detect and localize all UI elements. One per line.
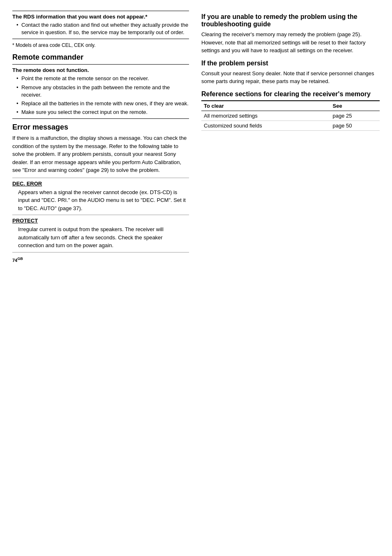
remedy-body: Clearing the receiver's memory may remed… [201, 30, 380, 55]
reference-title: Reference sections for clearing the rece… [201, 90, 380, 98]
problem-persist-title: If the problem persist [201, 60, 380, 67]
rds-section: The RDS information that you want does n… [12, 11, 189, 48]
page-number: 74GB [12, 257, 189, 263]
remote-bullet-list: Point the remote at the remote sensor on… [12, 75, 189, 116]
protect-block: PROTECT Irregular current is output from… [12, 215, 189, 253]
dec-eror-top-divider [12, 178, 189, 178]
rds-bottom-divider [12, 39, 189, 39]
table-cell-col1: All memorized settings [201, 111, 330, 120]
remote-commander-section: Remote commander The remote does not fun… [12, 53, 189, 119]
remote-bullet-4: Make sure you select the correct input o… [16, 109, 189, 116]
dec-eror-block: DEC. EROR Appears when a signal the rece… [12, 178, 189, 213]
reference-table-head: To clear See [201, 101, 380, 111]
reference-table: To clear See All memorized settingspage … [201, 100, 380, 131]
rds-bullet-list: Contact the radio station and find out w… [12, 21, 189, 36]
protect-body: Irregular current is output from the spe… [12, 225, 189, 250]
remedy-title: If you are unable to remedy the problem … [201, 13, 380, 28]
col1-header: To clear [201, 101, 330, 111]
reference-section: Reference sections for clearing the rece… [201, 90, 380, 131]
table-row: All memorized settingspage 25 [201, 111, 380, 120]
page: The RDS information that you want does n… [0, 0, 392, 556]
problem-persist-section: If the problem persist Consult your near… [201, 60, 380, 86]
protect-header: PROTECT [12, 218, 189, 224]
rds-footnote: * Models of area code CEL, CEK only. [12, 42, 189, 48]
rds-bullet-1: Contact the radio station and find out w… [16, 21, 189, 36]
remote-top-divider [12, 64, 189, 65]
table-cell-col1: Customized sound fields [201, 120, 330, 130]
remedy-section: If you are unable to remedy the problem … [201, 13, 380, 55]
rds-header: The RDS information that you want does n… [12, 14, 189, 20]
table-cell-col2: page 25 [330, 111, 380, 120]
protect-top-divider [12, 215, 189, 215]
col2-header: See [330, 101, 380, 111]
reference-table-header-row: To clear See [201, 101, 380, 111]
remote-bullet-1: Point the remote at the remote sensor on… [16, 75, 189, 82]
left-column: The RDS information that you want does n… [12, 8, 189, 544]
error-messages-section: Error messages If there is a malfunction… [12, 123, 189, 253]
table-cell-col2: page 50 [330, 120, 380, 130]
error-messages-body: If there is a malfunction, the display s… [12, 134, 189, 174]
top-divider [12, 11, 189, 11]
two-column-layout: The RDS information that you want does n… [12, 8, 380, 544]
protect-bottom-divider [12, 252, 189, 253]
remote-subsection-header: The remote does not function. [12, 67, 189, 73]
error-messages-title: Error messages [12, 123, 189, 132]
remote-commander-title: Remote commander [12, 53, 189, 62]
remote-bullet-2: Remove any obstacles in the path between… [16, 84, 189, 99]
remote-bottom-divider [12, 118, 189, 119]
table-row: Customized sound fieldspage 50 [201, 120, 380, 130]
dec-eror-header: DEC. EROR [12, 181, 189, 187]
dec-eror-body: Appears when a signal the receiver canno… [12, 188, 189, 213]
reference-table-body: All memorized settingspage 25Customized … [201, 111, 380, 130]
problem-persist-body: Consult your nearest Sony dealer. Note t… [201, 70, 380, 86]
right-column: If you are unable to remedy the problem … [201, 8, 380, 544]
remote-bullet-3: Replace all the batteries in the remote … [16, 100, 189, 107]
